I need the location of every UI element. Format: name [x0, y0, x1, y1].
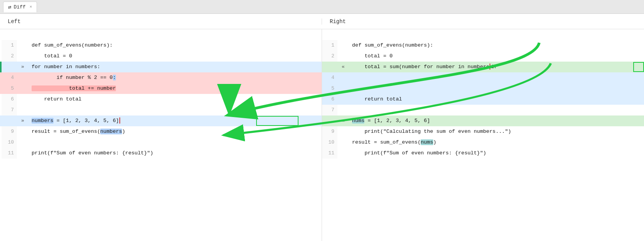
right-indicator-4	[337, 72, 349, 83]
left-line-num-2: 2	[2, 51, 17, 62]
right-indicator-1	[337, 40, 349, 51]
left-indicator-6	[17, 94, 29, 105]
left-content-9: result = sum_of_evens(numbers)	[29, 126, 322, 137]
left-line-num-11: 11	[2, 148, 17, 159]
left-content-5: total += number	[29, 83, 322, 94]
left-panel-header: Left	[0, 18, 322, 25]
left-line-10: 10	[0, 137, 322, 148]
right-line-10: 10 result = sum_of_evens(nums)	[322, 137, 644, 148]
right-line-5: 5	[322, 83, 644, 94]
right-indicator-8: «	[337, 115, 349, 126]
right-line-1: 1 def sum_of_evens(numbers):	[322, 40, 644, 51]
left-content-7	[29, 105, 322, 115]
right-content-8: nums = [1, 2, 3, 4, 5, 6]	[349, 115, 644, 126]
left-indicator-7	[17, 105, 29, 115]
left-line-num-9: 9	[2, 126, 17, 137]
left-panel: 1 def sum_of_evens(numbers): 2 total = 0	[0, 29, 322, 241]
tab-close-button[interactable]: ×	[30, 5, 32, 9]
right-line-num-1: 1	[322, 40, 337, 51]
diff-panels: 1 def sum_of_evens(numbers): 2 total = 0	[0, 29, 644, 241]
left-indicator-5	[17, 83, 29, 94]
left-line-num-3	[2, 62, 17, 72]
right-content-10: result = sum_of_evens(nums)	[349, 137, 644, 148]
left-line-8: » numbers = [1, 2, 3, 4, 5, 6]	[0, 115, 322, 126]
right-line-num-7: 7	[322, 105, 337, 115]
left-line-num-7: 7	[2, 105, 17, 115]
right-content-2: total = 0	[349, 51, 644, 62]
main-content: Left Right 1 def sum_of_evens(numbers):	[0, 14, 644, 241]
right-code-area[interactable]: 1 def sum_of_evens(numbers): 2 total = 0	[322, 29, 644, 241]
right-line-num-6: 6	[322, 94, 337, 105]
left-content-2: total = 0	[29, 51, 322, 62]
right-content-11: print(f"Sum of even numbers: {result}")	[349, 148, 644, 159]
left-line-num-10: 10	[2, 137, 17, 148]
left-line-3: » for number in numbers:	[0, 62, 322, 72]
left-content-6: return total	[29, 94, 322, 105]
right-line-2: 2 total = 0	[322, 51, 644, 62]
right-line-6: 6 return total	[322, 94, 644, 105]
left-indicator-2	[17, 51, 29, 62]
left-line-9: 9 result = sum_of_evens(numbers)	[0, 126, 322, 137]
left-line-num-1: 1	[2, 40, 17, 51]
left-code-area[interactable]: 1 def sum_of_evens(numbers): 2 total = 0	[0, 29, 322, 241]
right-line-4: 4	[322, 72, 644, 83]
diff-icon: ⇄	[8, 4, 11, 10]
right-panel: 1 def sum_of_evens(numbers): 2 total = 0	[322, 29, 644, 241]
left-content-10	[29, 137, 322, 148]
right-content-6: return total	[349, 94, 644, 105]
panels-header: Left Right	[0, 14, 644, 29]
left-line-num-8	[2, 115, 17, 126]
left-line-spacer	[0, 29, 322, 40]
right-indicator-5	[337, 83, 349, 94]
left-indicator-11	[17, 148, 29, 159]
left-indicator-9	[17, 126, 29, 137]
left-line-11: 11 print(f"Sum of even numbers: {result}…	[0, 148, 322, 159]
left-indicator-3: »	[17, 62, 29, 72]
right-line-num-10: 10	[322, 137, 337, 148]
left-line-1: 1 def sum_of_evens(numbers):	[0, 40, 322, 51]
left-content-11: print(f"Sum of even numbers: {result}")	[29, 148, 322, 159]
right-indicator-10	[337, 137, 349, 148]
right-line-num-11: 11	[322, 148, 337, 159]
right-line-8: « nums = [1, 2, 3, 4, 5, 6]	[322, 115, 644, 126]
right-line-num-3	[322, 62, 337, 72]
right-line-num-8	[322, 115, 337, 126]
left-line-7: 7	[0, 105, 322, 115]
right-line-9: 9 print("Calculating the sum of even num…	[322, 126, 644, 137]
tab-label: Diff	[13, 4, 25, 10]
right-line-num-9: 9	[322, 126, 337, 137]
right-indicator-9	[337, 126, 349, 137]
left-content-3: for number in numbers:	[29, 62, 322, 72]
diff-tab[interactable]: ⇄ Diff ×	[3, 2, 37, 12]
right-content-7	[349, 105, 644, 115]
right-line-num-5: 5	[322, 83, 337, 94]
left-line-6: 6 return total	[0, 94, 322, 105]
left-line-4: 4 if number % 2 == 0:	[0, 72, 322, 83]
right-indicator-3: «	[337, 62, 349, 72]
right-indicator-2	[337, 51, 349, 62]
left-content-1: def sum_of_evens(numbers):	[29, 40, 322, 51]
right-content-9: print("Calculating the sum of even numbe…	[349, 126, 644, 137]
left-indicator-8: »	[17, 115, 29, 126]
left-indicator-4	[17, 72, 29, 83]
right-content-4	[349, 72, 644, 83]
right-indicator-11	[337, 148, 349, 159]
right-panel-header: Right	[322, 18, 644, 25]
left-line-5: 5 total += number	[0, 83, 322, 94]
tab-bar: ⇄ Diff ×	[0, 0, 644, 14]
right-indicator-7	[337, 105, 349, 115]
right-line-3: « total = sum(number for number in numbe…	[322, 62, 644, 72]
right-line-num-2: 2	[322, 51, 337, 62]
app-window: ⇄ Diff × Left Right 1	[0, 0, 644, 241]
right-content-3: total = sum(number for number in numbers…	[349, 62, 644, 72]
left-indicator-1	[17, 40, 29, 51]
left-content-8: numbers = [1, 2, 3, 4, 5, 6]	[29, 115, 322, 126]
left-line-num-5: 5	[2, 83, 17, 94]
left-line-num-6: 6	[2, 94, 17, 105]
left-indicator-10	[17, 137, 29, 148]
right-content-1: def sum_of_evens(numbers):	[349, 40, 644, 51]
right-line-spacer	[322, 29, 644, 40]
left-line-num-4: 4	[2, 72, 17, 83]
right-content-5	[349, 83, 644, 94]
left-content-4: if number % 2 == 0:	[29, 72, 322, 83]
